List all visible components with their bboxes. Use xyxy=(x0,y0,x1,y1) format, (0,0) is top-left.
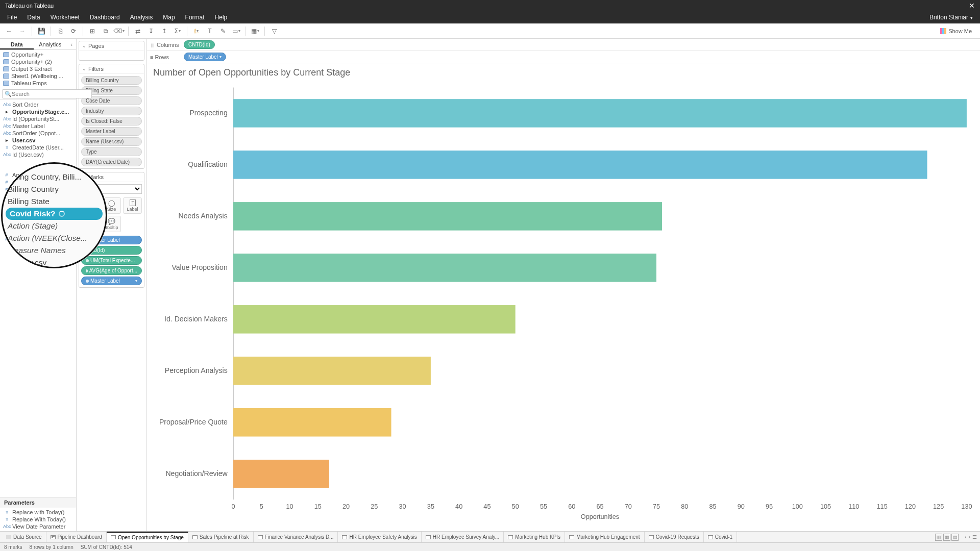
presentation-button[interactable]: ▽ xyxy=(268,25,280,37)
bar-chart[interactable]: ProspectingQualificationNeeds AnalysisVa… xyxy=(147,80,980,531)
datasource-item[interactable]: Sheet1 (Wellbeing ... xyxy=(3,72,73,80)
close-icon[interactable]: ✕ xyxy=(969,2,975,10)
menu-dashboard[interactable]: Dashboard xyxy=(85,14,125,21)
tab-list-button[interactable]: ☰ xyxy=(972,534,977,540)
menu-analysis[interactable]: Analysis xyxy=(125,14,158,21)
datasource-item[interactable]: Output 3 Extract xyxy=(3,65,73,72)
separator xyxy=(83,27,83,36)
sheet-tab[interactable]: Marketing Hub KPIs xyxy=(504,532,565,542)
svg-text:60: 60 xyxy=(568,502,575,510)
new-sheet-button[interactable]: ⊞ xyxy=(86,25,99,37)
parameter-item[interactable]: AbcView Date Parameter xyxy=(0,523,76,530)
svg-text:Perception Analysis: Perception Analysis xyxy=(165,366,228,374)
columns-shelf[interactable]: ⫼Columns CNTD(Id) xyxy=(147,39,980,51)
menu-file[interactable]: File xyxy=(2,14,22,21)
loading-icon xyxy=(59,211,65,217)
menu-map[interactable]: Map xyxy=(158,14,180,21)
viz-title[interactable]: Number of Open Opportunities by Current … xyxy=(147,63,980,80)
highlight-button[interactable]: ℓ xyxy=(190,25,203,37)
filter-pill[interactable]: Name (User.csv) xyxy=(81,137,142,146)
field-type-icon: ⌗ xyxy=(3,145,10,151)
sheet-tab[interactable]: Data Source xyxy=(0,532,46,542)
parameter-item[interactable]: ⌗Replace with Today() xyxy=(0,509,76,516)
svg-rect-5 xyxy=(233,202,662,231)
menu-worksheet[interactable]: Worksheet xyxy=(45,14,85,21)
menu-data[interactable]: Data xyxy=(22,14,45,21)
totals-button[interactable]: Σ xyxy=(172,25,184,37)
column-pill[interactable]: CNTD(Id) xyxy=(184,40,215,49)
field-item[interactable]: ▸OpportunityStage.c... xyxy=(0,108,76,115)
sort-asc-button[interactable]: ↧ xyxy=(145,25,157,37)
field-item[interactable]: ⌗CreatedDate (User... xyxy=(0,144,76,151)
forward-button[interactable]: → xyxy=(16,25,29,37)
new-worksheet-button[interactable]: ▥ xyxy=(935,534,942,541)
filter-pill[interactable]: Is Closed: False xyxy=(81,117,142,126)
sheet-tab[interactable]: Covid-19 Requests xyxy=(645,532,704,542)
svg-text:90: 90 xyxy=(738,502,745,510)
field-item[interactable]: AbcSortOrder (Oppot... xyxy=(0,130,76,137)
datasource-item[interactable]: Tableau Emps xyxy=(3,80,73,87)
menu-help[interactable]: Help xyxy=(210,14,233,21)
datasource-item[interactable]: Opportunity+ xyxy=(3,51,73,58)
columns-icon: ⫼ xyxy=(150,42,155,48)
filter-pill[interactable]: Industry xyxy=(81,107,142,115)
new-story-button[interactable]: ▤ xyxy=(951,534,959,541)
sort-desc-button[interactable]: ↥ xyxy=(158,25,170,37)
duplicate-button[interactable]: ⧉ xyxy=(100,25,112,37)
filter-pill[interactable]: Billing Country xyxy=(81,76,142,85)
sheet-tab[interactable]: HR Employee Survey Analy... xyxy=(422,532,504,542)
field-item[interactable]: AbcMaster Label xyxy=(0,122,76,130)
sheet-tab[interactable]: Marketing Hub Engagement xyxy=(565,532,645,542)
row-pill[interactable]: Master Label▾ xyxy=(184,53,226,61)
sheet-tab[interactable]: HR Employee Safety Analysis xyxy=(338,532,421,542)
parameter-item[interactable]: ⌗Replace With Today() xyxy=(0,516,76,523)
sheet-tab[interactable]: Sales Pipeline at Risk xyxy=(188,532,254,542)
collapse-datapane-icon[interactable]: ‹ xyxy=(67,39,76,49)
parameter-label: View Date Parameter xyxy=(12,523,65,530)
sheet-tab[interactable]: Pipeline Dashboard xyxy=(46,532,107,542)
back-button[interactable]: ← xyxy=(3,25,15,37)
marks-label-button[interactable]: 🅃Label xyxy=(123,197,142,214)
sheet-tab[interactable]: Covid-1 xyxy=(704,532,737,542)
field-item[interactable]: AbcSort Order xyxy=(0,101,76,108)
filter-pill[interactable]: Type xyxy=(81,147,142,156)
filters-shelf[interactable]: ⌄Filters Billing CountryBilling StateCos… xyxy=(79,64,144,169)
cards-button[interactable]: ▦ xyxy=(249,25,261,37)
auto-update-button[interactable]: ⟳ xyxy=(67,25,80,37)
tab-data[interactable]: Data xyxy=(0,39,34,49)
field-item[interactable]: ▸User.csv xyxy=(0,137,76,144)
show-me-button[interactable]: Show Me xyxy=(940,28,977,34)
tab-analytics[interactable]: Analytics xyxy=(34,39,67,49)
filter-pill[interactable]: DAY(Created Date) xyxy=(81,158,142,166)
svg-text:15: 15 xyxy=(314,502,322,510)
sheet-tab[interactable]: Open Opportunities by Stage xyxy=(107,532,188,542)
tab-prev-button[interactable]: ‹ xyxy=(965,534,966,540)
worksheet-icon xyxy=(342,535,347,539)
pages-shelf[interactable]: ⌄Pages xyxy=(79,41,144,61)
swap-rows-cols-button[interactable]: ⇄ xyxy=(132,25,144,37)
new-datasource-button[interactable]: ⎘ xyxy=(54,25,66,37)
annotate-button[interactable]: ✎ xyxy=(217,25,229,37)
sheet-tab[interactable]: Finance Variance Analysis D... xyxy=(254,532,338,542)
menu-format[interactable]: Format xyxy=(180,14,210,21)
new-dashboard-button[interactable]: ▦ xyxy=(943,534,950,541)
mark-pill[interactable]: Master Label▾ xyxy=(81,277,142,285)
mark-pill[interactable]: AVG(Age of Opport... xyxy=(81,266,142,275)
user-menu[interactable]: Britton Staniar xyxy=(929,14,978,21)
clear-sheet-button[interactable]: ⌫ xyxy=(113,25,125,37)
save-button[interactable]: 💾 xyxy=(35,25,47,37)
datasource-item[interactable]: Opportunity+ (2) xyxy=(3,58,73,65)
svg-text:Id. Decision Makers: Id. Decision Makers xyxy=(164,315,228,323)
text-button[interactable]: T xyxy=(204,25,216,37)
search-input[interactable] xyxy=(2,89,92,98)
fit-button[interactable]: ▭ xyxy=(230,25,242,37)
field-type-icon: ⌗ xyxy=(3,510,10,515)
rows-shelf[interactable]: ≡Rows Master Label▾ xyxy=(147,51,980,63)
mark-pill[interactable]: UM(Total Expecte... xyxy=(81,256,142,265)
field-item[interactable]: AbcId (OpportunitySt... xyxy=(0,115,76,122)
filter-pill[interactable]: Master Label xyxy=(81,127,142,136)
worksheet-icon xyxy=(708,535,713,539)
tab-next-button[interactable]: › xyxy=(969,534,970,540)
field-item[interactable]: AbcId (User.csv) xyxy=(0,151,76,158)
sheet-tab-label: Finance Variance Analysis D... xyxy=(265,534,334,540)
